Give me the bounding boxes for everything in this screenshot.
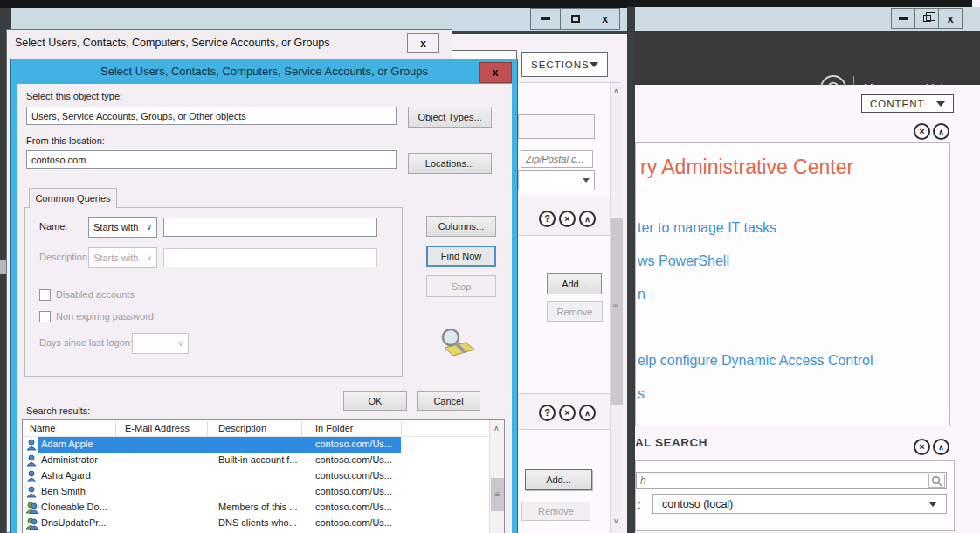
close-icon: x: [947, 13, 953, 24]
non-expiring-password-checkbox[interactable]: [39, 311, 51, 322]
close-button[interactable]: x: [938, 8, 963, 29]
dialog-close-button[interactable]: x: [479, 62, 512, 83]
chevron-up-icon: ∧: [584, 409, 590, 418]
collapse-section-button[interactable]: ∧: [579, 405, 596, 421]
restore-icon: [923, 15, 931, 22]
collapse-section-button[interactable]: ∧: [579, 211, 596, 227]
chevron-up-icon: ∧: [938, 443, 944, 452]
user-icon: [26, 486, 38, 500]
screenshot-root: x TASKS SECTIONS ? × ∧ Add... Remove ?: [0, 0, 980, 533]
collapse-section-button[interactable]: ∧: [933, 123, 949, 140]
mid-window-controls: x: [531, 8, 620, 30]
help-circle-button[interactable]: ?: [539, 405, 556, 421]
minimize-icon: [541, 17, 550, 20]
restore-button[interactable]: [914, 8, 939, 29]
table-row[interactable]: Cloneable Do... Members of this ... cont…: [23, 500, 489, 516]
global-search-heading: AL SEARCH: [635, 436, 707, 449]
close-section-button[interactable]: ×: [559, 405, 576, 421]
welcome-link[interactable]: n: [638, 287, 645, 302]
outer-dialog-close-button[interactable]: x: [407, 33, 439, 53]
maximize-icon: [571, 15, 580, 23]
global-search-input[interactable]: [637, 473, 928, 488]
user-icon: [26, 454, 38, 468]
days-since-logon-label: Days since last logon:: [39, 337, 133, 348]
scroll-up-icon[interactable]: ∧: [493, 424, 500, 433]
maximize-button[interactable]: [560, 8, 590, 30]
description-query-input: [163, 248, 377, 267]
cancel-button[interactable]: Cancel: [417, 391, 480, 411]
welcome-link[interactable]: elp configure Dynamic Access Control: [638, 353, 873, 369]
name-label: Name:: [39, 221, 67, 232]
results-scrollbar[interactable]: ∧ ≡: [489, 420, 504, 533]
table-row[interactable]: Adam Apple contoso.com/Us...: [23, 437, 489, 453]
table-row[interactable]: Asha Agard contoso.com/Us...: [23, 468, 489, 484]
chevron-up-icon: ∧: [938, 128, 944, 136]
column-header-name[interactable]: Name: [30, 420, 55, 437]
zip-postal-code-field[interactable]: [521, 150, 593, 168]
minimize-button[interactable]: [891, 8, 915, 29]
main-window-controls: x: [892, 8, 963, 29]
main-window-top-frame: [627, 0, 972, 7]
disabled-accounts-checkbox[interactable]: [39, 289, 51, 301]
close-section-button[interactable]: ×: [914, 439, 930, 455]
column-header-email[interactable]: E-Mail Address: [125, 420, 190, 437]
global-search-panel: : contoso (local): [635, 460, 955, 531]
dialog-title: Select Users, Contacts, Computers, Servi…: [11, 59, 517, 84]
days-since-logon-dropdown: ∨: [132, 333, 189, 354]
object-type-value-field[interactable]: Users, Service Accounts, Groups, or Othe…: [26, 107, 397, 125]
column-header-folder[interactable]: In Folder: [315, 420, 353, 437]
select-users-dialog: Select Users, Contacts, Computers, Servi…: [11, 59, 517, 533]
chevron-down-icon: [936, 101, 945, 107]
thumb-grip-icon: ≡: [613, 301, 618, 311]
name-operator-dropdown[interactable]: Starts with∨: [88, 217, 157, 238]
welcome-link[interactable]: s: [638, 386, 645, 402]
name-query-input[interactable]: [163, 218, 377, 237]
common-queries-tab[interactable]: Common Queries: [29, 188, 117, 208]
scope-dropdown[interactable]: contoso (local): [652, 494, 947, 514]
table-row[interactable]: Administrator Built-in account f... cont…: [23, 453, 489, 468]
add-button-2[interactable]: Add...: [525, 469, 592, 490]
object-types-button[interactable]: Object Types...: [408, 107, 492, 128]
remove-button-1[interactable]: Remove: [547, 301, 603, 322]
search-results-label: Search results:: [26, 405, 90, 416]
content-dropdown-label: CONTENT: [870, 99, 925, 109]
remove-button-2[interactable]: Remove: [521, 502, 590, 521]
stop-button[interactable]: Stop: [426, 275, 496, 297]
table-row[interactable]: DnsUpdatePr... DNS clients who... contos…: [23, 516, 489, 531]
scroll-down-icon[interactable]: ∨: [613, 516, 619, 525]
mid-window-scrollbar[interactable]: ∧ ≡ ∨: [610, 83, 623, 533]
object-type-label: Select this object type:: [26, 91, 122, 101]
columns-button[interactable]: Columns...: [426, 216, 496, 237]
scrollbar-thumb[interactable]: ≡: [611, 218, 623, 405]
search-submit-button[interactable]: [928, 474, 945, 488]
add-button-1[interactable]: Add...: [547, 273, 602, 294]
location-value-field[interactable]: contoso.com: [26, 150, 397, 169]
chevron-down-icon: [583, 178, 590, 183]
dialog-body: Select this object type: Users, Service …: [17, 84, 512, 533]
ok-button[interactable]: OK: [343, 391, 407, 411]
scrollbar-thumb[interactable]: ≡: [491, 478, 504, 511]
column-header-description[interactable]: Description: [218, 420, 266, 437]
global-search-box: [636, 472, 947, 489]
close-section-button[interactable]: ×: [559, 211, 576, 227]
find-now-button[interactable]: Find Now: [426, 246, 496, 266]
help-circle-button[interactable]: ?: [539, 211, 556, 227]
content-dropdown-button[interactable]: CONTENT: [861, 94, 954, 113]
close-section-button[interactable]: ×: [914, 123, 930, 140]
location-label: From this location:: [26, 135, 105, 146]
scope-value: contoso (local): [662, 498, 733, 510]
minimize-button[interactable]: [530, 8, 561, 30]
minimize-icon: [899, 17, 908, 20]
collapse-section-button[interactable]: ∧: [933, 439, 949, 455]
locations-button[interactable]: Locations...: [408, 153, 492, 174]
background-dropdown[interactable]: [518, 170, 595, 190]
table-row[interactable]: Ben Smith contoso.com/Us...: [23, 484, 489, 500]
sections-dropdown-button[interactable]: SECTIONS: [521, 52, 608, 77]
close-button[interactable]: x: [590, 8, 620, 30]
welcome-link[interactable]: ws PowerShell: [638, 253, 729, 269]
description-operator-dropdown: Starts with∨: [88, 247, 157, 268]
background-text-field[interactable]: [518, 114, 595, 139]
mid-window-top-frame: [0, 0, 631, 8]
welcome-link[interactable]: ter to manage IT tasks: [638, 220, 776, 236]
scroll-up-icon[interactable]: ∧: [613, 87, 619, 95]
